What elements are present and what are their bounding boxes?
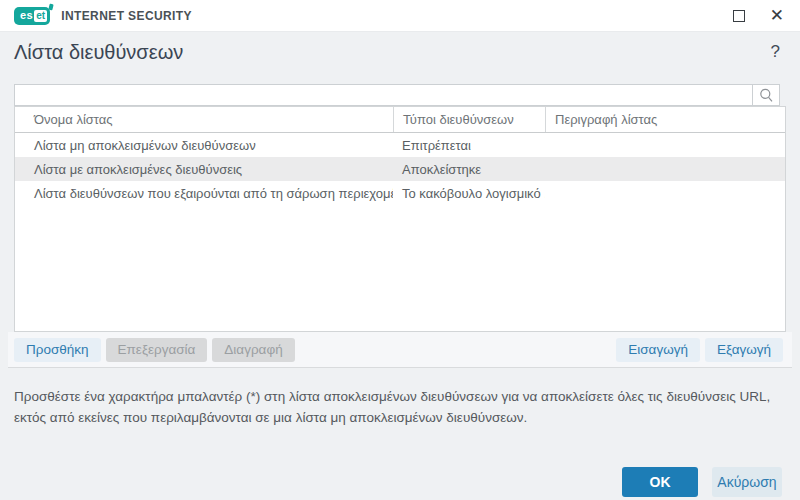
eset-logo: es et [14, 7, 50, 25]
window-controls: ✕ [733, 7, 784, 24]
search-input[interactable] [15, 85, 752, 105]
column-header-description[interactable]: Περιγραφή λίστας [545, 107, 785, 132]
cell-type: Το κακόβουλο λογισμικό ... [393, 186, 545, 201]
add-button[interactable]: Προσθήκη [14, 338, 101, 362]
toolbar-left-group: Προσθήκη Επεξεργασία Διαγραφή [14, 338, 295, 362]
address-list-table: Όνομα λίστας Τύποι διευθύνσεων Περιγραφή… [14, 106, 786, 332]
eset-logo-text-left: es [20, 10, 33, 21]
page-title: Λίστα διευθύνσεων [14, 41, 183, 64]
table-body: Λίστα μη αποκλεισμένων διευθύνσεωνΕπιτρέ… [15, 133, 785, 205]
product-name: INTERNET SECURITY [61, 9, 192, 23]
cell-type: Αποκλείστηκε [393, 162, 545, 177]
search-bar [14, 84, 780, 106]
help-icon[interactable]: ? [771, 42, 780, 62]
table-row[interactable]: Λίστα διευθύνσεων που εξαιρούνται από τη… [15, 181, 785, 205]
cancel-button[interactable]: Ακύρωση [712, 467, 782, 497]
address-list-dialog: es et INTERNET SECURITY ✕ Λίστα διευθύνσ… [0, 0, 800, 500]
delete-button[interactable]: Διαγραφή [212, 338, 294, 362]
table-row[interactable]: Λίστα μη αποκλεισμένων διευθύνσεωνΕπιτρέ… [15, 133, 785, 157]
table-header: Όνομα λίστας Τύποι διευθύνσεων Περιγραφή… [15, 107, 785, 133]
column-header-type[interactable]: Τύποι διευθύνσεων [393, 107, 545, 132]
search-icon[interactable] [752, 85, 779, 105]
app-titlebar: es et INTERNET SECURITY ✕ [0, 0, 800, 32]
cell-name: Λίστα διευθύνσεων που εξαιρούνται από τη… [15, 186, 393, 201]
ok-button[interactable]: OK [622, 467, 698, 497]
export-button[interactable]: Εξαγωγή [705, 338, 783, 362]
maximize-icon[interactable] [733, 10, 745, 22]
eset-logo-text-right: et [34, 10, 47, 22]
cell-type: Επιτρέπεται [393, 138, 545, 153]
edit-button[interactable]: Επεξεργασία [106, 338, 208, 362]
eset-logo-mark [48, 3, 53, 10]
import-button[interactable]: Εισαγωγή [616, 338, 700, 362]
wildcard-note: Προσθέστε ένα χαρακτήρα μπαλαντέρ (*) στ… [14, 386, 786, 428]
toolbar-right-group: Εισαγωγή Εξαγωγή [616, 338, 783, 362]
cell-name: Λίστα με αποκλεισμένες διευθύνσεις [15, 162, 393, 177]
column-header-name[interactable]: Όνομα λίστας [15, 107, 393, 132]
close-icon[interactable]: ✕ [770, 7, 784, 24]
table-row[interactable]: Λίστα με αποκλεισμένες διευθύνσειςΑποκλε… [15, 157, 785, 181]
table-toolbar: Προσθήκη Επεξεργασία Διαγραφή Εισαγωγή Ε… [8, 332, 792, 368]
cell-name: Λίστα μη αποκλεισμένων διευθύνσεων [15, 138, 393, 153]
